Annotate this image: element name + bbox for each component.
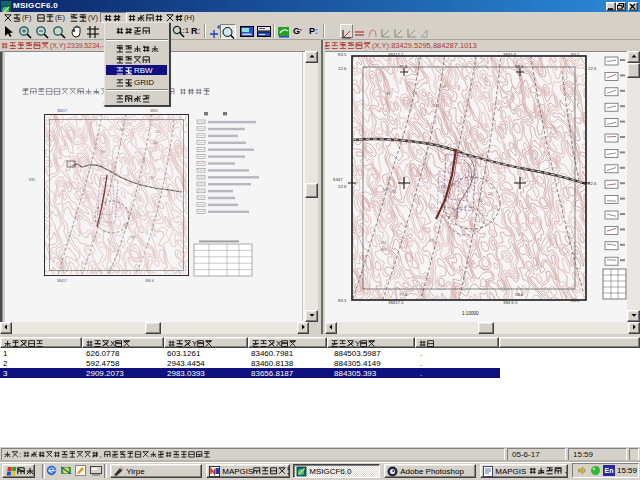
svg-text:8347: 8347 <box>333 177 343 182</box>
svg-text:3845.6: 3845.6 <box>503 52 517 57</box>
svg-text:22.6: 22.6 <box>588 66 597 71</box>
svg-text:58.6: 58.6 <box>515 292 524 297</box>
svg-text:1139: 1139 <box>439 85 446 89</box>
svg-text:22.6: 22.6 <box>338 66 347 71</box>
svg-text:301: 301 <box>119 128 124 132</box>
svg-text:83.5: 83.5 <box>571 298 580 303</box>
svg-text:292: 292 <box>381 241 387 245</box>
svg-text:552: 552 <box>478 154 484 158</box>
svg-text:226: 226 <box>488 192 494 196</box>
svg-text:1433: 1433 <box>432 104 439 108</box>
svg-text:58.6: 58.6 <box>515 64 524 69</box>
svg-text:384 6: 384 6 <box>145 279 154 283</box>
svg-text:484: 484 <box>391 190 397 194</box>
svg-text:38417.5: 38417.5 <box>388 300 404 305</box>
svg-text:557: 557 <box>383 188 389 192</box>
svg-text:747: 747 <box>131 236 136 240</box>
svg-text:184: 184 <box>149 176 154 180</box>
svg-text:38417: 38417 <box>57 279 67 283</box>
svg-text:83.5: 83.5 <box>338 52 347 57</box>
svg-text:556: 556 <box>155 130 160 134</box>
svg-text:894: 894 <box>124 223 129 227</box>
svg-text:77.6: 77.6 <box>399 292 408 297</box>
svg-text:83.5: 83.5 <box>571 52 580 57</box>
svg-text:22.6: 22.6 <box>588 181 597 186</box>
svg-text:1116: 1116 <box>476 199 483 203</box>
svg-text:384 6.5: 384 6.5 <box>503 300 518 305</box>
svg-text:956: 956 <box>412 91 418 95</box>
svg-text:3845: 3845 <box>150 109 158 113</box>
svg-text:22.6: 22.6 <box>338 184 347 189</box>
svg-text:1269: 1269 <box>449 183 456 187</box>
svg-text:228: 228 <box>441 185 447 189</box>
svg-text:38417.5: 38417.5 <box>388 52 404 57</box>
svg-text:969: 969 <box>385 92 391 96</box>
svg-text:470: 470 <box>429 239 435 243</box>
svg-text:38417: 38417 <box>57 109 67 113</box>
svg-text:83.5: 83.5 <box>338 298 347 303</box>
svg-text:1:10000: 1:10000 <box>462 311 479 316</box>
svg-text:968: 968 <box>101 150 106 154</box>
svg-text:560: 560 <box>153 141 158 145</box>
svg-text:77.6: 77.6 <box>399 64 408 69</box>
svg-text:835: 835 <box>29 178 35 182</box>
svg-text:693: 693 <box>381 248 387 252</box>
svg-text:133: 133 <box>140 159 145 163</box>
